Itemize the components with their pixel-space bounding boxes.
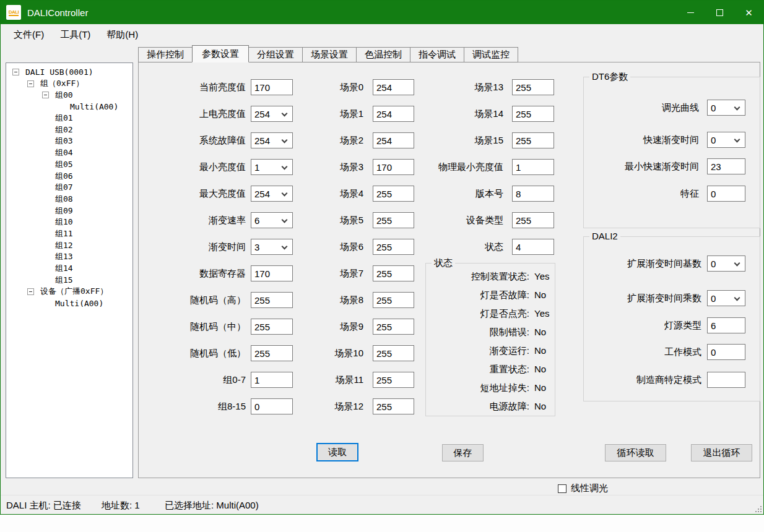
- tree-item-device-broadcast[interactable]: 设备（广播0xFF）: [6, 286, 132, 298]
- device-type-input[interactable]: [512, 212, 554, 228]
- loop-read-button[interactable]: 循环读取: [605, 444, 666, 461]
- select-value: 3: [254, 242, 259, 252]
- random-code-mid-label: 随机码（中）: [149, 319, 246, 335]
- resize-grip[interactable]: [753, 504, 762, 512]
- tree-item-group11[interactable]: 组11: [6, 228, 132, 240]
- system-failure-select[interactable]: 254: [251, 132, 293, 148]
- tree-item-group01[interactable]: 组01: [6, 113, 132, 124]
- tree-item-group06[interactable]: 组06: [6, 170, 132, 182]
- scene8-input[interactable]: [373, 292, 414, 308]
- tab-scene-settings[interactable]: 场景设置: [302, 47, 357, 62]
- select-value: 0: [711, 259, 716, 269]
- fast-fade-time-select[interactable]: 0: [707, 132, 745, 148]
- tab-operation-control[interactable]: 操作控制: [138, 47, 193, 62]
- dimming-curve-select[interactable]: 0: [707, 100, 745, 116]
- tab-debug-monitor[interactable]: 调试监控: [464, 47, 518, 62]
- fade-rate-select[interactable]: 6: [251, 212, 293, 228]
- menu-file[interactable]: 文件(F): [6, 26, 52, 44]
- chevron-down-icon: [734, 295, 740, 301]
- close-button[interactable]: ✕: [734, 1, 763, 24]
- random-code-mid-input[interactable]: [251, 319, 293, 335]
- min-fast-fade-time-input[interactable]: [707, 158, 745, 174]
- tab-command-debug[interactable]: 指令调试: [410, 47, 464, 62]
- max-brightness-select[interactable]: 254: [251, 186, 293, 202]
- collapse-icon[interactable]: [27, 80, 34, 87]
- scene13-input[interactable]: [512, 79, 554, 95]
- linear-dimming-checkbox[interactable]: 线性调光: [558, 483, 608, 494]
- exit-loop-button[interactable]: 退出循环: [691, 444, 752, 461]
- operating-mode-input[interactable]: [707, 344, 745, 360]
- tree-item-group03[interactable]: 组03: [6, 135, 132, 147]
- short-address-missing-value: No: [534, 382, 546, 394]
- tree-item-group12[interactable]: 组12: [6, 239, 132, 251]
- device-type-label: 设备类型: [397, 212, 503, 228]
- tree-item-group15[interactable]: 组15: [6, 274, 132, 286]
- menu-help[interactable]: 帮助(H): [98, 26, 146, 44]
- power-failure-value: No: [534, 400, 546, 413]
- physical-min-brightness-input[interactable]: [512, 159, 554, 175]
- device-tree[interactable]: DALI USB(0001) 组（0xFF） 组00 Multi(A00) 组0…: [6, 62, 133, 478]
- tree-item-dali-usb[interactable]: DALI USB(0001): [6, 66, 132, 78]
- extended-fade-time-multiplier-select[interactable]: 0: [707, 290, 745, 306]
- tab-grouping-settings[interactable]: 分组设置: [248, 47, 303, 62]
- menu-tools[interactable]: 工具(T): [52, 26, 98, 44]
- tree-item-group05[interactable]: 组05: [6, 159, 132, 171]
- fade-rate-label: 渐变速率: [149, 212, 246, 228]
- scene15-input[interactable]: [512, 132, 554, 148]
- scene12-label: 场景12: [292, 398, 363, 414]
- tree-item-group10[interactable]: 组10: [6, 217, 132, 228]
- chevron-down-icon: [282, 111, 288, 117]
- tab-parameter-settings[interactable]: 参数设置: [192, 45, 249, 62]
- group-0-7-input[interactable]: [251, 372, 293, 388]
- data-register-input[interactable]: [251, 265, 293, 281]
- tree-item-group00[interactable]: 组00: [6, 89, 132, 101]
- save-button[interactable]: 保存: [442, 444, 484, 461]
- collapse-icon[interactable]: [12, 69, 19, 75]
- current-brightness-input[interactable]: [251, 79, 293, 95]
- status-address-count: 地址数: 1: [102, 500, 140, 512]
- features-input[interactable]: [707, 186, 745, 202]
- tree-item-group14[interactable]: 组14: [6, 263, 132, 275]
- limit-error-label: 限制错误:: [430, 326, 529, 338]
- fade-time-select[interactable]: 3: [251, 239, 293, 255]
- dali2-group-title: DALI2: [589, 231, 620, 241]
- tab-strip: 操作控制 参数设置 分组设置 场景设置 色温控制 指令调试 调试监控: [138, 45, 518, 62]
- scene10-input[interactable]: [373, 345, 414, 361]
- collapse-icon[interactable]: [27, 288, 34, 295]
- collapse-icon[interactable]: [42, 92, 49, 98]
- tree-item-label: 组03: [55, 135, 73, 147]
- maximize-button[interactable]: [705, 1, 734, 24]
- light-source-type-label: 灯源类型: [586, 317, 701, 333]
- scene11-input[interactable]: [373, 372, 414, 388]
- tree-item-group13[interactable]: 组13: [6, 251, 132, 263]
- manufacturer-specific-mode-input[interactable]: [707, 372, 745, 388]
- short-address-missing-label: 短地址掉失:: [430, 382, 529, 394]
- version-number-input[interactable]: [512, 186, 554, 202]
- read-button[interactable]: 读取: [316, 443, 358, 461]
- scene9-input[interactable]: [373, 319, 414, 335]
- group-8-15-input[interactable]: [251, 398, 293, 414]
- tree-item-group09[interactable]: 组09: [6, 205, 132, 217]
- select-value: 254: [254, 109, 270, 119]
- random-code-low-input[interactable]: [251, 345, 293, 361]
- power-on-brightness-select[interactable]: 254: [251, 106, 293, 122]
- min-brightness-select[interactable]: 1: [251, 159, 293, 175]
- minimize-button[interactable]: [676, 1, 705, 24]
- light-source-type-input[interactable]: [707, 317, 745, 333]
- scene12-input[interactable]: [373, 398, 414, 414]
- tree-item-label: 组09: [55, 205, 73, 217]
- scene7-input[interactable]: [373, 265, 414, 281]
- tree-item-group04[interactable]: 组04: [6, 147, 132, 159]
- tree-item-group-root[interactable]: 组（0xFF）: [6, 78, 132, 90]
- random-code-high-input[interactable]: [251, 292, 293, 308]
- tree-item-multi-a00[interactable]: Multi(A00): [6, 101, 132, 113]
- tree-item-multi-a00-2[interactable]: Multi(A00): [6, 298, 132, 309]
- tab-color-temp-control[interactable]: 色温控制: [356, 47, 410, 62]
- extended-fade-time-base-select[interactable]: 0: [707, 255, 745, 272]
- tree-item-group07[interactable]: 组07: [6, 182, 132, 194]
- tree-item-group08[interactable]: 组08: [6, 194, 132, 205]
- scene14-input[interactable]: [512, 106, 554, 122]
- tree-item-group02[interactable]: 组02: [6, 124, 132, 135]
- status-value-input[interactable]: [512, 239, 554, 255]
- fade-running-label: 渐变运行:: [430, 345, 529, 357]
